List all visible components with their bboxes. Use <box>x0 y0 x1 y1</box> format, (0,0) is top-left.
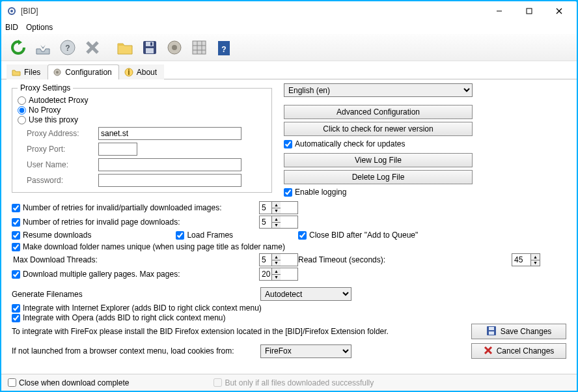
proxy-port-input[interactable] <box>98 143 137 156</box>
save-changes-button[interactable]: Save Changes <box>471 324 566 339</box>
tab-strip: Files Configuration i About <box>1 61 577 79</box>
spin-down[interactable]: ▼ <box>272 275 281 281</box>
radio-autodetect-proxy[interactable] <box>18 96 26 105</box>
retries-images-input[interactable]: ▲▼ <box>259 201 298 214</box>
question-panel-icon[interactable]: ? <box>212 36 236 59</box>
unique-folder-names-checkbox[interactable] <box>12 243 20 251</box>
titlebar: [BID] <box>1 1 577 21</box>
spin-down[interactable]: ▼ <box>531 260 540 266</box>
cancel-x-small-icon <box>484 346 493 357</box>
integrate-ie-checkbox[interactable] <box>12 304 20 313</box>
tab-about[interactable]: i About <box>119 64 164 79</box>
svg-rect-18 <box>193 41 206 54</box>
resume-downloads-checkbox[interactable] <box>12 231 20 240</box>
language-select[interactable]: English (en) <box>284 83 473 97</box>
multipages-label: Download multiple gallery pages. Max pag… <box>23 270 180 279</box>
advanced-config-button[interactable]: Advanced Configuration <box>284 105 473 119</box>
cancel-changes-button[interactable]: Cancel Changes <box>471 343 566 359</box>
spin-down[interactable]: ▼ <box>272 208 281 214</box>
proxy-user-label: User Name: <box>27 160 98 169</box>
retries-images-checkbox[interactable] <box>12 204 20 212</box>
radio-use-this-proxy[interactable] <box>18 116 26 124</box>
svg-marker-7 <box>40 41 46 49</box>
spin-up[interactable]: ▲ <box>272 202 281 208</box>
refresh-icon[interactable] <box>7 36 30 59</box>
proxy-settings-group: Proxy Settings Autodetect Proxy No Proxy… <box>12 83 272 193</box>
proxy-address-label: Proxy Address: <box>27 129 98 138</box>
integrate-opera-checkbox[interactable] <box>12 314 20 322</box>
menu-bid[interactable]: BID <box>5 23 18 32</box>
svg-point-17 <box>172 45 177 50</box>
tab-configuration[interactable]: Configuration <box>48 64 118 79</box>
max-pages-input[interactable]: ▲▼ <box>259 268 298 281</box>
main-window: [BID] BID Options ? ? Files Configuratio… <box>1 1 577 391</box>
ie-label: Integrate with Internet Explorer (adds B… <box>23 303 262 313</box>
menubar: BID Options <box>1 21 577 34</box>
tray-icon[interactable] <box>31 36 55 59</box>
retries-img-label: Number of retries for invalid/partially … <box>23 203 221 212</box>
folder-icon[interactable] <box>113 36 137 59</box>
spin-down[interactable]: ▼ <box>272 223 281 229</box>
proxy-pass-label: Password: <box>27 176 98 185</box>
cookie-note: If not launched from a browser context m… <box>12 346 258 356</box>
spin-up[interactable]: ▲ <box>531 254 540 260</box>
info-small-icon: i <box>124 67 134 77</box>
read-timeout-input[interactable]: ▲▼ <box>512 253 540 266</box>
check-version-button[interactable]: Click to check for newer version <box>284 122 473 136</box>
proxy-user-input[interactable] <box>98 158 241 171</box>
retries-page-checkbox[interactable] <box>12 218 20 227</box>
tab-about-label: About <box>137 68 157 77</box>
enable-logging-checkbox[interactable] <box>284 188 292 197</box>
tab-config-label: Configuration <box>65 68 111 77</box>
only-if-all-checkbox <box>213 378 222 387</box>
save-small-icon <box>486 326 497 338</box>
spin-up[interactable]: ▲ <box>272 216 281 223</box>
close-when-complete-checkbox[interactable] <box>8 378 16 387</box>
retries-page-input[interactable]: ▲▼ <box>259 216 298 229</box>
onlyifall-label: But only if all files downloaded success… <box>225 378 374 387</box>
generate-filenames-select[interactable]: Autodetect <box>260 287 351 301</box>
label-noproxy: No Proxy <box>29 105 61 115</box>
folder-small-icon <box>11 67 21 77</box>
proxy-pass-input[interactable] <box>98 174 241 187</box>
spin-up[interactable]: ▲ <box>272 254 281 260</box>
proxy-address-input[interactable] <box>98 127 241 140</box>
retries-page-label: Number of retries for invalid page downl… <box>23 217 180 227</box>
genfilenames-label: Generate Filenames <box>12 290 258 299</box>
maximize-button[interactable] <box>514 1 544 21</box>
minimize-button[interactable] <box>484 1 514 21</box>
svg-rect-31 <box>489 331 494 335</box>
label-autodetect: Autodetect Proxy <box>29 96 88 105</box>
cancel-x-icon[interactable] <box>81 36 104 59</box>
spin-up[interactable]: ▲ <box>272 268 281 275</box>
spin-down[interactable]: ▼ <box>272 260 281 266</box>
save-btn-label: Save Changes <box>501 327 552 336</box>
statusbar: Close when download complete But only if… <box>1 374 577 391</box>
svg-marker-6 <box>18 40 22 45</box>
delete-log-button[interactable]: Delete Log File <box>284 170 473 184</box>
grid-icon[interactable] <box>187 36 211 59</box>
menu-options[interactable]: Options <box>26 23 53 32</box>
help-icon[interactable]: ? <box>56 36 79 59</box>
svg-rect-13 <box>146 42 154 46</box>
cookies-browser-select[interactable]: FireFox <box>260 344 351 358</box>
window-title: [BID] <box>21 7 484 16</box>
toolbar: ? ? <box>1 34 577 61</box>
close-after-queue-checkbox[interactable] <box>298 231 307 240</box>
cancel-btn-label: Cancel Changes <box>497 346 555 356</box>
gear-icon[interactable] <box>163 36 186 59</box>
radio-no-proxy[interactable] <box>18 106 26 115</box>
label-usethis: Use this proxy <box>29 115 78 124</box>
max-threads-input[interactable]: ▲▼ <box>259 253 298 266</box>
tab-files-label: Files <box>24 68 40 77</box>
save-disk-icon[interactable] <box>138 36 161 59</box>
multi-pages-checkbox[interactable] <box>12 270 20 279</box>
load-frames-checkbox[interactable] <box>176 231 184 240</box>
firefox-note: To integrate with FireFox please install… <box>12 327 469 336</box>
view-log-button[interactable]: View Log File <box>284 153 473 167</box>
tab-files[interactable]: Files <box>7 64 48 79</box>
autocheck-updates-checkbox[interactable] <box>284 140 292 148</box>
close-button[interactable] <box>544 1 574 21</box>
app-icon <box>7 6 17 16</box>
svg-point-1 <box>10 10 13 12</box>
